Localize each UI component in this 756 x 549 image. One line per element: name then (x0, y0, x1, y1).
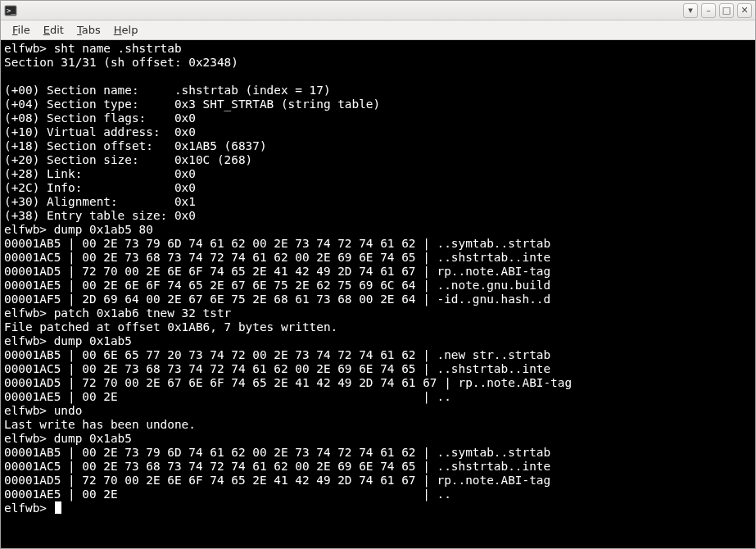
window-buttons: ▾ – □ ✕ (683, 3, 752, 18)
svg-text:>_: >_ (7, 7, 16, 15)
maximize-button[interactable]: □ (719, 3, 734, 18)
menu-file[interactable]: File (6, 21, 37, 39)
terminal-icon: >_ (4, 4, 17, 17)
window-dropdown-button[interactable]: ▾ (683, 3, 698, 18)
menu-tabs[interactable]: Tabs (70, 21, 107, 39)
menubar: File Edit Tabs Help (1, 20, 755, 40)
menu-help-ul: H (114, 24, 122, 36)
close-button[interactable]: ✕ (737, 3, 752, 18)
menu-edit[interactable]: Edit (37, 21, 70, 39)
terminal[interactable]: elfwb> sht name .shstrtab Section 31/31 … (1, 40, 755, 548)
titlebar: >_ ▾ – □ ✕ (1, 1, 755, 20)
terminal-cursor (55, 501, 61, 514)
menu-edit-ul: E (43, 24, 50, 36)
menu-help[interactable]: Help (107, 21, 145, 39)
terminal-window: >_ ▾ – □ ✕ File Edit Tabs Help elfwb> sh… (0, 0, 756, 549)
menu-tabs-rest: abs (82, 24, 101, 36)
menu-help-rest: elp (122, 24, 138, 36)
menu-file-rest: ile (18, 24, 30, 36)
menu-edit-rest: dit (50, 24, 64, 36)
minimize-button[interactable]: – (701, 3, 716, 18)
